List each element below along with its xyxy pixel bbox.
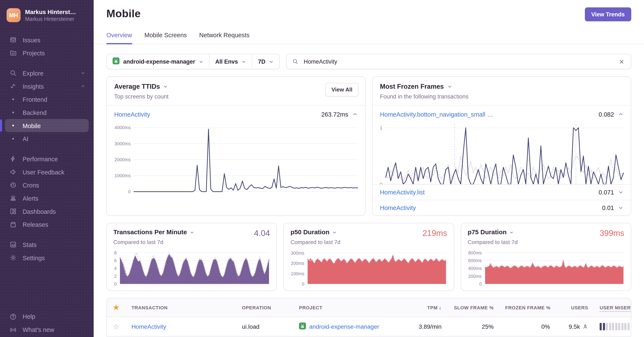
- card-title: Most Frozen Frames: [380, 83, 444, 90]
- svg-text:0: 0: [302, 282, 304, 286]
- chevron-down-icon[interactable]: [510, 230, 514, 235]
- sidebar-item-projects[interactable]: Projects: [5, 46, 88, 59]
- chevron-up-icon[interactable]: [352, 112, 358, 117]
- svg-text:4: 4: [114, 266, 117, 271]
- chevron-down-icon[interactable]: [163, 84, 168, 89]
- sidebar-item-label: Stats: [22, 241, 37, 248]
- project-selector[interactable]: android-expense-manager: [107, 54, 209, 69]
- search-box: [286, 54, 632, 69]
- transaction-link[interactable]: HomeActivity.bottom_navigation_small …: [380, 111, 493, 118]
- sidebar-item-label: Frontend: [22, 96, 47, 103]
- column-slow-frame[interactable]: SLOW FRAME %: [447, 305, 500, 310]
- chevron-down-icon[interactable]: [447, 84, 452, 89]
- environment-selector-label: All Envs: [215, 58, 238, 65]
- tab-mobile-screens[interactable]: Mobile Screens: [144, 31, 187, 44]
- sidebar-item-help[interactable]: Help: [5, 310, 88, 323]
- transaction-link[interactable]: HomeActivity: [132, 323, 166, 330]
- date-range-selector[interactable]: 7D: [252, 54, 280, 69]
- sidebar-item-label: Releases: [22, 221, 48, 228]
- sidebar-item-explore[interactable]: Explore: [5, 66, 88, 80]
- column-users[interactable]: USERS: [556, 305, 594, 310]
- column-frozen-frame[interactable]: FROZEN FRAME %: [500, 305, 556, 310]
- main-content: Mobile View Trends Overview Mobile Scree…: [94, 0, 644, 337]
- column-operation[interactable]: OPERATION: [236, 305, 293, 310]
- tab-bar: Overview Mobile Screens Network Requests: [94, 31, 644, 44]
- tab-network-requests[interactable]: Network Requests: [199, 31, 250, 44]
- ttid-chart: 4000ms3000ms2000ms1000ms0: [110, 121, 360, 194]
- megaphone-icon: [9, 168, 17, 176]
- sidebar-item-alerts[interactable]: Alerts: [5, 192, 88, 205]
- star-outline-icon[interactable]: ☆: [107, 322, 126, 331]
- card-title: Transactions Per Minute: [113, 229, 187, 236]
- svg-text:800ms: 800ms: [468, 250, 482, 255]
- sidebar-item-performance[interactable]: Performance: [5, 152, 88, 165]
- sidebar-item-backend[interactable]: Backend: [5, 106, 88, 119]
- chevron-down-icon[interactable]: [618, 205, 623, 210]
- svg-text:200ms: 200ms: [291, 261, 304, 266]
- users-cell: 9.5k: [556, 323, 594, 330]
- chevron-down-icon[interactable]: [618, 190, 623, 195]
- users-count: 9.5k: [568, 323, 580, 330]
- slow-frame-cell: 25%: [447, 323, 500, 330]
- column-transaction[interactable]: TRANSACTION: [126, 305, 236, 310]
- svg-text:0: 0: [128, 189, 130, 194]
- dashboards-icon: [9, 208, 17, 215]
- transaction-link[interactable]: HomeActivity: [114, 111, 150, 118]
- view-trends-button[interactable]: View Trends: [584, 7, 631, 21]
- sidebar-item-label: Help: [22, 313, 35, 320]
- sidebar-item-label: Mobile: [22, 122, 41, 129]
- sidebar-item-insights[interactable]: Insights: [5, 80, 88, 93]
- user-menu[interactable]: MH Markus Hinterst… Markus Hintersteiner: [0, 0, 94, 26]
- sidebar-item-whats-new[interactable]: What's new: [5, 323, 88, 336]
- project-link[interactable]: android-expense-manager: [309, 323, 379, 330]
- svg-text:4000ms: 4000ms: [114, 125, 130, 130]
- bullet-icon: [9, 112, 17, 113]
- archive-box-icon: [9, 221, 17, 228]
- chevron-up-icon: [80, 84, 86, 88]
- project-selector-label: android-expense-manager: [123, 58, 195, 65]
- column-project[interactable]: PROJECT: [293, 305, 400, 310]
- sidebar-item-label: Explore: [22, 69, 44, 77]
- p75-value: 399ms: [600, 229, 624, 238]
- sidebar-item-label: Insights: [22, 83, 44, 90]
- sidebar-item-settings[interactable]: Settings: [5, 251, 88, 264]
- column-user-misery[interactable]: USER MISERY: [594, 305, 631, 310]
- insights-icon: [9, 82, 17, 90]
- chevron-down-icon[interactable]: [332, 230, 337, 235]
- environment-selector[interactable]: All Envs: [209, 54, 252, 69]
- view-all-button[interactable]: View All: [325, 83, 358, 97]
- column-tpm[interactable]: TPM↓: [400, 305, 447, 311]
- operation-cell: ui.load: [236, 323, 293, 330]
- sidebar-item-releases[interactable]: Releases: [5, 218, 88, 231]
- user-misery-score-bar: [594, 323, 631, 331]
- sidebar-item-frontend[interactable]: Frontend: [5, 93, 88, 106]
- sidebar-item-dashboards[interactable]: Dashboards: [5, 205, 88, 218]
- sidebar-item-crons[interactable]: Crons: [5, 179, 88, 192]
- chevron-up-icon[interactable]: [618, 112, 623, 117]
- svg-text:600ms: 600ms: [468, 258, 482, 263]
- transaction-link[interactable]: HomeActivity.list: [380, 189, 425, 196]
- sidebar-item-mobile[interactable]: Mobile: [5, 119, 88, 132]
- sidebar-item-user-feedback[interactable]: User Feedback: [5, 165, 88, 179]
- user-display-name: Markus Hinterst…: [25, 8, 76, 15]
- svg-text:2: 2: [114, 274, 117, 279]
- card-title: p75 Duration: [468, 229, 507, 236]
- tab-overview[interactable]: Overview: [106, 31, 132, 44]
- frozen-accordion-row: HomeActivity.list 0.071: [372, 184, 631, 200]
- sidebar-item-issues[interactable]: Issues: [5, 33, 88, 46]
- transaction-link[interactable]: HomeActivity: [380, 204, 416, 211]
- card-subtitle: Compared to last 7d: [461, 238, 631, 246]
- sidebar-item-label: Alerts: [22, 195, 38, 202]
- clear-search-icon[interactable]: [618, 58, 626, 65]
- frozen-frame-cell: 0%: [500, 323, 556, 330]
- frozen-frames-header: Most Frozen Frames Found in the followin…: [372, 77, 631, 105]
- sidebar-item-stats[interactable]: Stats: [5, 238, 88, 251]
- svg-text:8: 8: [114, 250, 117, 255]
- frozen-accordion-row-expanded: HomeActivity.bottom_navigation_small … 0…: [372, 105, 631, 121]
- chevron-down-icon[interactable]: [190, 230, 194, 235]
- sidebar-item-label: Dashboards: [22, 208, 56, 215]
- sidebar-item-ai[interactable]: AI: [5, 132, 88, 145]
- sidebar-item-label: Settings: [22, 254, 45, 261]
- filter-bar: android-expense-manager All Envs 7D: [106, 54, 631, 69]
- search-input[interactable]: [303, 58, 614, 65]
